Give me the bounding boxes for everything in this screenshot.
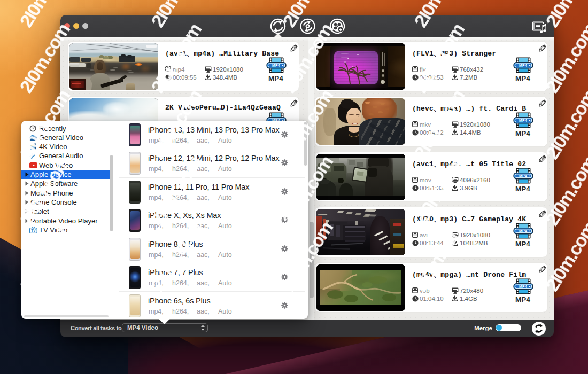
- svg-text:MP4: MP4: [272, 64, 280, 67]
- svg-text:MP4: MP4: [519, 64, 527, 67]
- svg-text:TV: TV: [31, 229, 36, 232]
- svg-text:MP4: MP4: [519, 284, 527, 288]
- svg-text:MP4: MP4: [519, 119, 527, 122]
- svg-text:MP4: MP4: [519, 229, 527, 233]
- svg-text:MP4: MP4: [519, 174, 527, 177]
